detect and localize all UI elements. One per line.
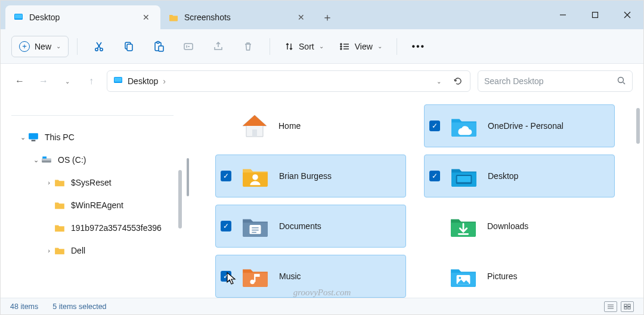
maximize-button[interactable] [579, 3, 611, 27]
search-icon [617, 76, 626, 87]
tree-label: This PC [45, 132, 75, 142]
chevron-right-icon[interactable]: › [44, 247, 54, 254]
address-dropdown-button[interactable]: ⌄ [431, 73, 447, 89]
back-button[interactable]: ← [11, 70, 28, 92]
plus-circle-icon: + [19, 41, 30, 52]
more-button[interactable]: ••• [405, 35, 432, 58]
checkbox[interactable]: ✓ [221, 171, 231, 181]
breadcrumb[interactable]: Desktop [128, 76, 158, 86]
svg-rect-9 [127, 44, 132, 51]
svg-point-22 [618, 77, 624, 82]
checkbox[interactable]: ✓ [429, 121, 440, 131]
view-details-button[interactable] [604, 301, 617, 312]
copy-button[interactable] [116, 35, 142, 58]
tab-screenshots[interactable]: Screenshots ✕ [160, 5, 315, 29]
tree-child[interactable]: › $SysReset [7, 172, 178, 193]
file-label: OneDrive - Personal [488, 121, 564, 131]
sidebar: ⌄ This PC ⌄ OS (C:) › $SysReset $WinREAg… [1, 98, 184, 298]
minimize-button[interactable] [547, 3, 579, 27]
file-label: Music [279, 271, 301, 281]
tree-label: 191b972a3574553fe396 [71, 223, 162, 233]
recent-button[interactable]: ⌄ [59, 70, 76, 92]
svg-point-41 [459, 277, 461, 279]
svg-rect-27 [42, 159, 51, 160]
checkbox[interactable]: ✓ [221, 271, 231, 282]
view-button[interactable]: View ⌄ [333, 36, 388, 57]
view-large-icons-button[interactable] [621, 301, 634, 312]
body: ⌄ This PC ⌄ OS (C:) › $SysReset $WinREAg… [1, 98, 643, 298]
address-bar[interactable]: Desktop › ⌄ [107, 70, 470, 92]
paste-button[interactable] [145, 35, 172, 58]
user-folder-icon [240, 160, 271, 192]
file-item-music[interactable]: ✓ Music [215, 255, 406, 298]
status-view-toggles [604, 301, 634, 312]
search-input[interactable]: Search Desktop [478, 70, 633, 92]
checkbox[interactable]: ✓ [429, 171, 440, 181]
file-item-user[interactable]: ✓ Brian Burgess [215, 155, 406, 197]
scrollbar-thumb[interactable] [178, 170, 182, 228]
status-selected-count: 5 items selected [52, 302, 106, 311]
pictures-icon [448, 261, 479, 292]
chevron-down-icon[interactable]: ⌄ [17, 134, 28, 141]
status-items-count: 48 items [10, 302, 38, 311]
up-button[interactable]: ↑ [83, 70, 100, 92]
svg-point-16 [340, 48, 342, 50]
file-item-onedrive[interactable]: ✓ OneDrive - Personal [424, 104, 615, 147]
chevron-right-icon: › [163, 76, 166, 86]
chevron-down-icon[interactable]: ⌄ [30, 156, 41, 164]
home-icon [239, 110, 270, 141]
cut-button[interactable] [86, 35, 112, 58]
delete-button[interactable] [235, 35, 261, 58]
svg-line-23 [623, 82, 625, 84]
file-item-pictures[interactable]: ✓ Pictures [424, 255, 615, 298]
view-icon [339, 42, 350, 51]
new-tab-button[interactable]: ＋ [315, 5, 339, 29]
rename-button[interactable] [175, 35, 202, 58]
share-button[interactable] [205, 35, 231, 58]
tab-label: Desktop [29, 13, 60, 22]
svg-rect-24 [29, 133, 38, 139]
folder-icon [54, 177, 65, 188]
sort-button[interactable]: Sort ⌄ [278, 36, 330, 57]
close-icon[interactable]: ✕ [140, 11, 152, 23]
svg-rect-38 [457, 176, 471, 182]
close-window-button[interactable] [611, 3, 643, 27]
folder-icon [54, 245, 65, 256]
downloads-icon [448, 211, 479, 242]
tab-strip: Desktop ✕ Screenshots ✕ ＋ [1, 1, 643, 29]
svg-point-6 [95, 48, 98, 50]
tree-child[interactable]: 191b972a3574553fe396 [7, 217, 178, 239]
tree-drive[interactable]: ⌄ OS (C:) [7, 149, 178, 171]
chevron-down-icon: ⌄ [319, 43, 324, 50]
svg-rect-21 [114, 78, 122, 82]
svg-point-7 [100, 48, 103, 50]
splitter[interactable] [184, 98, 191, 298]
drive-icon [41, 155, 52, 165]
tree-child[interactable]: › Dell [7, 240, 178, 261]
new-button[interactable]: + New ⌄ [11, 36, 69, 57]
tree-this-pc[interactable]: ⌄ This PC [7, 126, 178, 148]
refresh-button[interactable] [450, 73, 466, 89]
chevron-down-icon: ⌄ [56, 43, 61, 50]
new-label: New [35, 42, 51, 51]
file-item-documents[interactable]: ✓ Documents [215, 205, 406, 248]
folder-icon [54, 200, 65, 211]
forward-button[interactable]: → [35, 70, 52, 92]
file-item-home[interactable]: ✓ Home [215, 104, 406, 147]
file-label: Downloads [487, 221, 528, 231]
scrollbar-thumb[interactable] [636, 108, 640, 144]
onedrive-icon [448, 110, 479, 141]
window-controls [547, 1, 643, 29]
toolbar: + New ⌄ Sort ⌄ View ⌄ ••• [1, 29, 643, 64]
close-icon[interactable]: ✕ [295, 11, 307, 23]
svg-rect-47 [624, 307, 627, 309]
tree-child[interactable]: $WinREAgent [7, 194, 178, 216]
folder-icon [169, 13, 178, 22]
file-item-downloads[interactable]: ✓ Downloads [424, 205, 615, 248]
folder-icon [54, 223, 65, 233]
tab-desktop[interactable]: Desktop ✕ [5, 5, 160, 29]
svg-rect-12 [159, 46, 163, 51]
chevron-right-icon[interactable]: › [44, 179, 54, 186]
checkbox[interactable]: ✓ [221, 221, 231, 231]
file-item-desktop-folder[interactable]: ✓ Desktop [424, 155, 615, 197]
